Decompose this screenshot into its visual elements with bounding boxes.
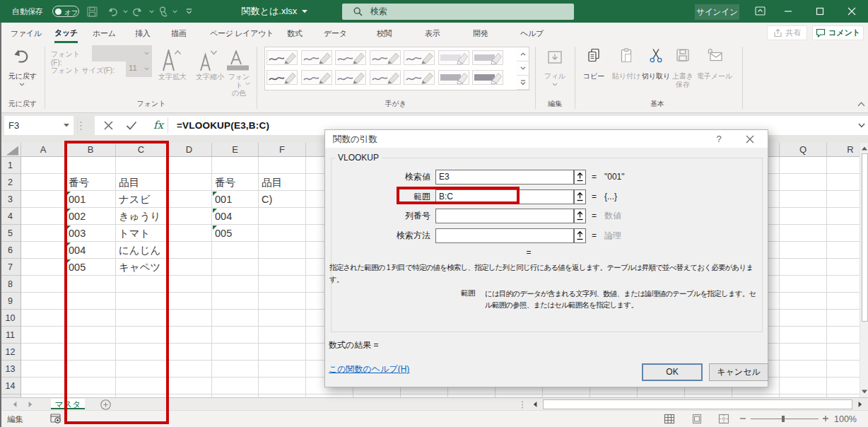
undo-caret-icon[interactable]	[123, 10, 128, 13]
save-button[interactable]: 上書き 保存	[669, 47, 697, 66]
pen-tile-7[interactable]	[472, 50, 503, 65]
name-box[interactable]: F3	[4, 116, 74, 135]
pen-tile-11[interactable]	[370, 70, 401, 85]
cell-F2[interactable]: 品目	[262, 174, 282, 191]
enter-entry-icon[interactable]	[126, 121, 137, 130]
row-header-11[interactable]: 11	[0, 327, 20, 344]
zoom-slider-thumb[interactable]	[782, 416, 785, 422]
sign-in-button[interactable]: サインイン	[695, 4, 739, 20]
comments-button[interactable]: コメント	[812, 25, 864, 40]
row-header-1[interactable]: 1	[0, 157, 20, 174]
select-all-button[interactable]	[0, 143, 21, 156]
fill-icon[interactable]	[546, 48, 564, 66]
undo-button[interactable]	[107, 6, 119, 18]
redo-button[interactable]	[131, 6, 143, 18]
pen-tile-10[interactable]	[335, 70, 366, 85]
scroll-up-icon[interactable]	[862, 146, 867, 151]
copy-button[interactable]: コピー	[580, 47, 608, 66]
cell-E3[interactable]: 001	[215, 191, 232, 208]
cell-F3[interactable]: C)	[262, 191, 272, 208]
pen-tile-1[interactable]	[266, 50, 298, 65]
column-header-F[interactable]: F	[259, 143, 306, 156]
row-header-12[interactable]: 12	[0, 344, 20, 361]
argument-input-range-lookup[interactable]	[435, 228, 574, 243]
tab-formulas[interactable]: 数式	[287, 23, 302, 43]
font-color-caret-icon[interactable]	[245, 82, 250, 86]
qat-overflow-icon[interactable]	[186, 8, 192, 14]
email-button[interactable]: 電子メール	[696, 47, 734, 66]
shrink-font-icon[interactable]	[200, 49, 218, 71]
pen-tile-13[interactable]	[438, 70, 469, 85]
column-header-A[interactable]: A	[21, 143, 66, 156]
function-help-link[interactable]: この関数のヘルプ(H)	[329, 363, 409, 375]
horizontal-scroll-thumb[interactable]	[543, 399, 852, 409]
insert-function-icon[interactable]: fx	[149, 116, 168, 135]
scroll-down-icon[interactable]	[862, 390, 867, 394]
pen-tile-9[interactable]	[301, 70, 332, 85]
column-header-E[interactable]: E	[212, 143, 259, 156]
pen-tile-8[interactable]	[266, 70, 298, 85]
row-header-8[interactable]: 8	[0, 276, 20, 293]
cell-E4[interactable]: 004	[215, 208, 232, 225]
tab-draw[interactable]: 描画	[171, 23, 186, 43]
gallery-up-icon[interactable]	[517, 47, 529, 62]
undo-large-icon[interactable]	[12, 47, 30, 66]
row-header-14[interactable]: 14	[0, 378, 20, 394]
grow-font-icon[interactable]	[163, 49, 182, 71]
tab-page-layout[interactable]: ページ レイアウト	[210, 23, 274, 43]
undo-dropdown-icon[interactable]	[19, 83, 25, 86]
sheet-nav-right-icon[interactable]	[28, 402, 33, 407]
zoom-out-button[interactable]	[739, 415, 746, 422]
row-header-2[interactable]: 2	[0, 174, 20, 191]
zoom-slider-track[interactable]	[751, 419, 819, 419]
ok-button[interactable]: OK	[642, 363, 703, 381]
cancel-button[interactable]: キャンセル	[709, 363, 768, 381]
macro-record-icon[interactable]	[50, 414, 62, 424]
save-icon[interactable]	[86, 6, 98, 18]
share-button[interactable]: 共有	[767, 25, 807, 40]
formula-bar-splitter[interactable]	[79, 121, 83, 135]
collapse-ribbon-icon[interactable]	[857, 102, 865, 107]
tab-insert[interactable]: 挿入	[135, 23, 150, 43]
row-header-4[interactable]: 4	[0, 208, 20, 225]
paste-button[interactable]: 貼り付け	[610, 47, 643, 66]
row-header-3[interactable]: 3	[0, 191, 20, 208]
column-header-R[interactable]: R	[827, 143, 860, 156]
dialog-help-button[interactable]: ?	[713, 130, 725, 148]
collapse-dialog-button-col-index[interactable]	[574, 209, 586, 223]
formula-text[interactable]: =VLOOKUP(E3,B:C)	[177, 116, 269, 135]
pen-tile-4[interactable]	[370, 50, 401, 65]
tab-home[interactable]: ホーム	[93, 23, 116, 43]
cell-E5[interactable]: 005	[215, 225, 232, 242]
maximize-button[interactable]	[808, 0, 832, 23]
collapse-dialog-button-table-array[interactable]	[574, 189, 586, 204]
tab-data[interactable]: データ	[324, 23, 347, 43]
row-header-5[interactable]: 5	[0, 225, 20, 242]
pen-tile-3[interactable]	[335, 50, 366, 65]
row-header-7[interactable]: 7	[0, 259, 20, 276]
font-color-icon[interactable]	[227, 50, 250, 71]
collapse-dialog-button-lookup-value[interactable]	[574, 170, 586, 185]
vertical-scroll-thumb[interactable]	[862, 153, 868, 322]
redo-caret-icon[interactable]	[149, 10, 154, 13]
touch-draw-icon[interactable]	[158, 6, 170, 18]
gallery-more-icon[interactable]	[517, 76, 529, 90]
column-header-Q[interactable]: Q	[780, 143, 827, 156]
cell-E2[interactable]: 番号	[215, 174, 235, 191]
tab-review[interactable]: 校閲	[377, 23, 392, 43]
cancel-entry-icon[interactable]	[103, 120, 114, 131]
pen-tile-6[interactable]	[438, 50, 469, 65]
tab-developer[interactable]: 開発	[473, 23, 488, 43]
tab-scrollbar-splitter[interactable]	[521, 401, 524, 409]
pen-tile-12[interactable]	[404, 70, 435, 85]
page-layout-view-icon[interactable]	[691, 414, 703, 424]
cut-button[interactable]: 切り取り	[640, 47, 672, 66]
shrink-font-label[interactable]: 文字縮小	[196, 73, 224, 81]
tab-help[interactable]: ヘルプ	[520, 23, 544, 43]
font-size-combo[interactable]: 11	[126, 62, 152, 77]
font-name-combo[interactable]	[92, 45, 152, 62]
row-header-13[interactable]: 13	[0, 361, 20, 378]
fill-caret-icon[interactable]	[552, 83, 558, 86]
dialog-close-button[interactable]	[742, 130, 758, 148]
pen-tile-5[interactable]	[404, 50, 435, 65]
